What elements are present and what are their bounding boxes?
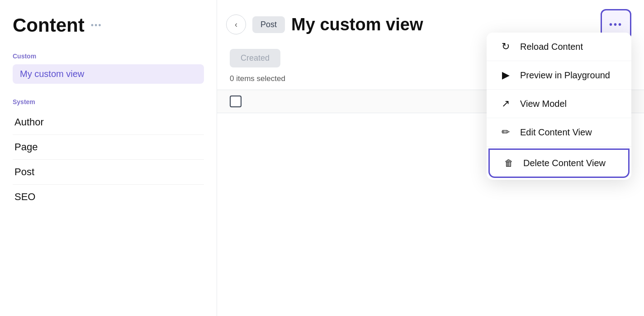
sidebar-item-post[interactable]: Post — [13, 160, 204, 185]
sidebar-more-icon[interactable]: ••• — [91, 21, 102, 30]
breadcrumb-tag: Post — [252, 16, 285, 33]
dropdown-item-view-model[interactable]: ↗ View Model — [487, 90, 631, 118]
dropdown-item-reload[interactable]: ↻ Reload Content — [487, 33, 631, 61]
dropdown-item-preview-label: Preview in Playground — [520, 70, 610, 81]
dropdown-item-edit-label: Edit Content View — [520, 127, 592, 138]
dropdown-item-reload-label: Reload Content — [520, 42, 583, 52]
sidebar: Content ••• Custom My custom view System… — [0, 0, 217, 316]
main-content: ‹ Post My custom view ••• Created 13/07/… — [217, 0, 644, 316]
sidebar-header: Content ••• — [13, 14, 204, 36]
dropdown-item-view-model-label: View Model — [520, 99, 567, 109]
reload-icon: ↻ — [499, 41, 512, 53]
dropdown-menu: ↻ Reload Content ▶ Preview in Playground… — [487, 33, 631, 180]
sidebar-item-seo[interactable]: SEO — [13, 185, 204, 209]
custom-section-label: Custom — [13, 53, 204, 60]
view-model-icon: ↗ — [499, 98, 512, 110]
edit-icon: ✏ — [499, 126, 512, 138]
delete-icon: 🗑 — [502, 158, 515, 168]
dropdown-item-delete[interactable]: 🗑 Delete Content View — [488, 148, 630, 178]
sidebar-item-author[interactable]: Author — [13, 110, 204, 135]
dropdown-item-edit[interactable]: ✏ Edit Content View — [487, 118, 631, 147]
back-button[interactable]: ‹ — [226, 14, 246, 34]
created-filter-button[interactable]: Created — [230, 49, 280, 67]
sidebar-item-page[interactable]: Page — [13, 135, 204, 160]
dropdown-item-delete-label: Delete Content View — [523, 158, 606, 168]
select-all-checkbox[interactable] — [230, 96, 242, 107]
dropdown-item-preview[interactable]: ▶ Preview in Playground — [487, 61, 631, 90]
sidebar-item-my-custom-view[interactable]: My custom view — [13, 64, 204, 84]
sidebar-title-text: Content — [13, 14, 85, 36]
system-section-label: System — [13, 98, 204, 105]
view-title: My custom view — [291, 15, 594, 34]
preview-icon: ▶ — [499, 69, 512, 81]
